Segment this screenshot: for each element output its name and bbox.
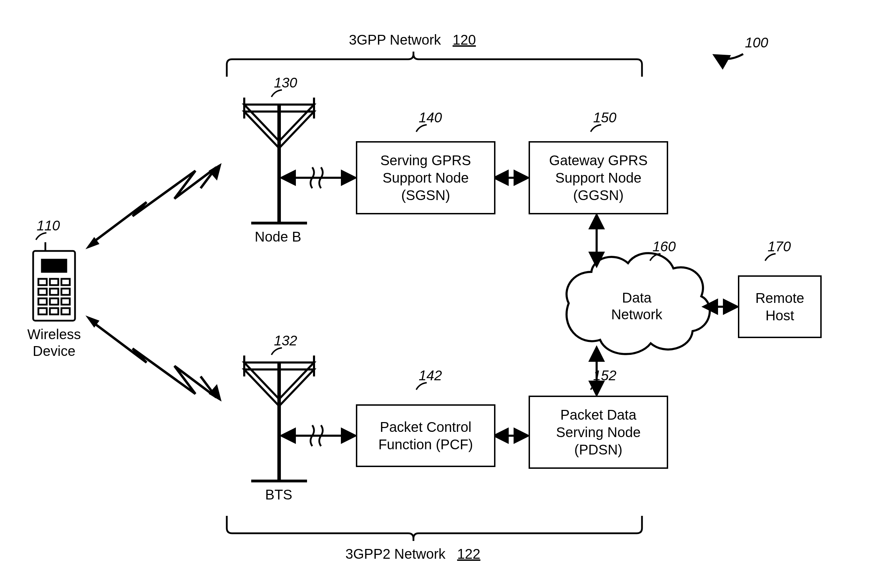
antenna-bts	[244, 356, 314, 481]
svg-marker-23	[86, 237, 99, 249]
ggsn-l2: Support Node	[555, 170, 642, 185]
ref-130: 130	[274, 75, 297, 91]
svg-rect-15	[50, 289, 58, 295]
svg-rect-10	[42, 260, 66, 272]
ref-170: 170	[767, 239, 791, 255]
remote-host-box: Remote Host	[738, 275, 822, 338]
ggsn-l1: Gateway GPRS	[549, 153, 648, 168]
phone-icon	[33, 242, 75, 321]
bottom-network-ref: 122	[457, 546, 480, 561]
bottom-network-text: 3GPP2 Network	[345, 546, 445, 561]
svg-rect-16	[62, 289, 70, 295]
svg-marker-24	[209, 163, 221, 180]
svg-rect-17	[38, 298, 47, 304]
svg-rect-22	[62, 308, 70, 314]
svg-rect-18	[50, 298, 58, 304]
pdsn-l2: Serving Node	[556, 424, 641, 440]
svg-marker-25	[86, 315, 99, 328]
ref-100: 100	[745, 35, 768, 51]
svg-rect-21	[50, 308, 58, 314]
ggsn-box: Gateway GPRS Support Node (GGSN)	[529, 141, 668, 214]
pcf-box: Packet Control Function (PCF)	[356, 404, 495, 467]
svg-rect-13	[62, 279, 70, 285]
top-network-ref: 120	[453, 32, 476, 47]
sgsn-l1: Serving GPRS	[380, 153, 471, 168]
ref-150: 150	[593, 110, 617, 126]
datanet-label: Data Network	[607, 289, 666, 323]
pdsn-l1: Packet Data	[560, 407, 636, 423]
svg-marker-26	[209, 384, 221, 402]
ref-142: 142	[419, 368, 442, 383]
ref-132: 132	[274, 333, 297, 348]
remote-l1: Remote	[755, 290, 804, 306]
top-network-text: 3GPP Network	[349, 32, 441, 47]
svg-rect-20	[38, 308, 47, 314]
svg-rect-11	[38, 279, 47, 285]
datanet-l2: Network	[611, 307, 663, 322]
wireless-l2: Device	[33, 344, 75, 358]
bts-label: BTS	[265, 486, 292, 503]
svg-rect-12	[50, 279, 58, 285]
pcf-l1: Packet Control	[380, 419, 471, 435]
remote-l2: Host	[766, 308, 794, 323]
top-network-label: 3GPP Network 120	[349, 32, 476, 48]
pcf-l2: Function (PCF)	[378, 437, 473, 452]
sgsn-l3: (SGSN)	[401, 188, 450, 203]
ref-140: 140	[419, 110, 442, 126]
datanet-l1: Data	[622, 290, 652, 305]
antenna-nodeb	[244, 98, 314, 223]
nodeb-label: Node B	[255, 228, 301, 245]
pdsn-l3: (PDSN)	[574, 442, 623, 457]
sgsn-l2: Support Node	[383, 170, 469, 185]
ggsn-l3: (GGSN)	[573, 188, 623, 203]
bottom-network-label: 3GPP2 Network 122	[345, 546, 480, 562]
sgsn-box: Serving GPRS Support Node (SGSN)	[356, 141, 495, 214]
wireless-device-label: Wireless Device	[23, 326, 86, 359]
ref-160: 160	[653, 239, 676, 255]
wireless-l1: Wireless	[27, 327, 81, 342]
svg-rect-14	[38, 289, 47, 295]
pdsn-box: Packet Data Serving Node (PDSN)	[529, 396, 668, 469]
svg-rect-8	[33, 251, 75, 321]
ref-110: 110	[37, 218, 60, 234]
svg-rect-19	[62, 298, 70, 304]
ref-152: 152	[593, 368, 617, 383]
